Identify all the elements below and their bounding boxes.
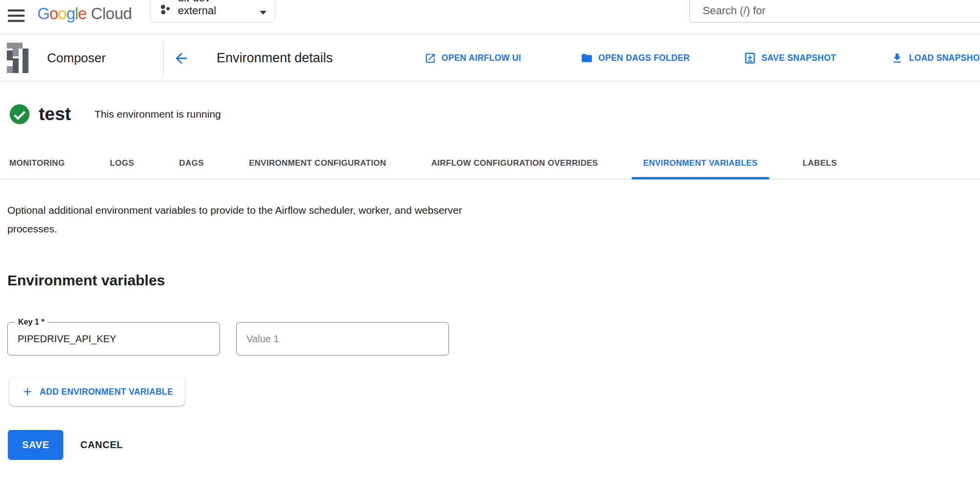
action-label: LOAD SNAPSHOT xyxy=(909,53,980,63)
search-input[interactable]: Search (/) for xyxy=(689,0,980,23)
tab-environment-configuration[interactable]: ENVIRONMENT CONFIGURATION xyxy=(237,147,398,179)
project-hexagons-icon xyxy=(159,3,171,16)
tab-logs[interactable]: LOGS xyxy=(98,147,146,179)
page-title: Environment details xyxy=(217,35,333,81)
value-field-wrapper xyxy=(236,322,449,355)
open-dags-folder-button[interactable]: OPEN DAGS FOLDER xyxy=(581,35,690,81)
product-name: Composer xyxy=(47,35,106,81)
action-label: OPEN DAGS FOLDER xyxy=(598,53,690,63)
key-input[interactable] xyxy=(7,322,220,355)
key-field-label: Key 1 * xyxy=(15,317,48,327)
environment-status-message: This environment is running xyxy=(95,108,221,120)
save-button[interactable]: SAVE xyxy=(8,430,63,460)
check-circle-icon xyxy=(9,103,30,125)
folder-icon xyxy=(581,52,593,64)
download-icon xyxy=(891,52,904,65)
project-selector[interactable]: dlt-dev-external xyxy=(150,0,275,23)
section-title: Environment variables xyxy=(7,272,165,289)
composer-header-bar: Composer Environment details OPEN AIRFLO… xyxy=(0,35,980,81)
google-cloud-logo: GoogleCloud xyxy=(37,4,132,23)
environment-name: test xyxy=(39,104,71,125)
tab-labels[interactable]: LABELS xyxy=(791,147,849,179)
google-logo-letter: e xyxy=(78,4,86,23)
menu-icon[interactable] xyxy=(8,8,24,23)
google-logo-letter: G xyxy=(37,4,49,23)
project-name: dlt-dev-external xyxy=(178,0,252,17)
plus-icon xyxy=(21,385,34,398)
action-label: OPEN AIRFLOW UI xyxy=(441,53,521,63)
google-logo-letter: g xyxy=(66,4,74,23)
open-airflow-ui-button[interactable]: OPEN AIRFLOW UI xyxy=(424,35,521,81)
add-button-label: ADD ENVIRONMENT VARIABLE xyxy=(40,387,173,397)
save-snapshot-button[interactable]: SAVE SNAPSHOT xyxy=(744,35,836,81)
caret-down-icon xyxy=(260,11,267,15)
google-logo-letter: o xyxy=(49,4,58,23)
hamburger-icon xyxy=(8,8,24,23)
top-navigation-bar: GoogleCloud dlt-dev-external Search (/) … xyxy=(0,0,980,34)
tab-description: Optional additional environment variable… xyxy=(7,201,502,238)
cloud-logo-text: Cloud xyxy=(91,4,132,23)
header-divider xyxy=(163,40,164,77)
value-input[interactable] xyxy=(236,322,449,355)
arrow-back-icon xyxy=(173,50,190,67)
add-environment-variable-button[interactable]: ADD ENVIRONMENT VARIABLE xyxy=(9,378,185,406)
google-logo-letter: o xyxy=(58,4,66,23)
back-button[interactable] xyxy=(173,50,192,67)
tab-dags[interactable]: DAGS xyxy=(168,147,216,179)
load-snapshot-button[interactable]: LOAD SNAPSHOT xyxy=(891,35,980,81)
save-snapshot-icon xyxy=(744,52,756,64)
environment-tabs: MONITORING LOGS DAGS ENVIRONMENT CONFIGU… xyxy=(0,147,980,179)
tab-environment-variables[interactable]: ENVIRONMENT VARIABLES xyxy=(632,147,770,179)
action-label: SAVE SNAPSHOT xyxy=(761,53,836,63)
environment-status-row: test This environment is running xyxy=(9,101,221,128)
search-placeholder: Search (/) for xyxy=(703,4,765,17)
open-in-new-icon xyxy=(424,52,436,64)
key-field-wrapper: Key 1 * xyxy=(7,322,220,355)
composer-logo-icon xyxy=(5,42,30,74)
cancel-button[interactable]: CANCEL xyxy=(74,430,130,460)
tab-airflow-configuration-overrides[interactable]: AIRFLOW CONFIGURATION OVERRIDES xyxy=(419,147,610,179)
tab-monitoring[interactable]: MONITORING xyxy=(0,147,76,179)
